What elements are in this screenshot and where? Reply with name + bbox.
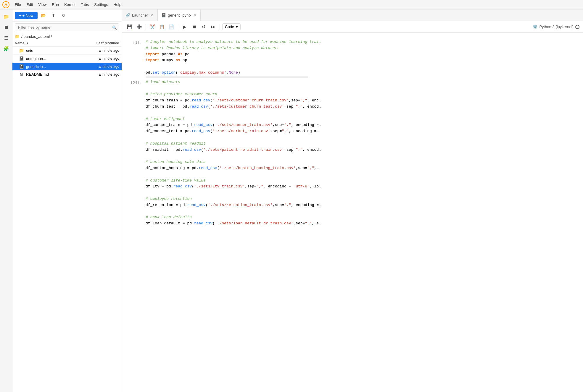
file-name: sets bbox=[26, 48, 81, 53]
refresh-icon: ↻ bbox=[62, 13, 65, 18]
dot-indicator bbox=[15, 65, 17, 68]
dot-indicator bbox=[15, 49, 17, 52]
sort-asc-icon: ▲ bbox=[26, 41, 29, 45]
kernel-status-circle bbox=[575, 25, 579, 29]
cell-type-label: Code bbox=[225, 25, 234, 29]
restart-button[interactable]: ↺ bbox=[199, 23, 208, 31]
tab-label: Launcher bbox=[132, 13, 148, 17]
menu-bar: File Edit View Run Kernel Tabs Settings … bbox=[0, 0, 583, 9]
markdown-icon: M bbox=[18, 72, 24, 77]
column-modified[interactable]: Last Modified bbox=[81, 41, 119, 45]
kernel-info: ⚙️ Python 3 (ipykernel) bbox=[533, 25, 579, 29]
menu-view[interactable]: View bbox=[36, 1, 49, 8]
menu-settings[interactable]: Settings bbox=[92, 1, 110, 8]
app-logo bbox=[2, 1, 9, 8]
svg-point-0 bbox=[3, 1, 9, 8]
icon-sidebar: 📁 ⏹ ☰ 🧩 bbox=[0, 9, 12, 392]
search-icon: 🔍 bbox=[112, 25, 117, 30]
fast-forward-button[interactable]: ⏭ bbox=[209, 23, 217, 31]
dot-indicator bbox=[15, 57, 17, 60]
notebook-content: [1]: # Jupyter notebook to analyze datas… bbox=[122, 33, 583, 392]
tab-close-generic[interactable]: ✕ bbox=[193, 12, 197, 18]
file-modified: a minute ago bbox=[81, 64, 119, 69]
breadcrumb: 📁 / pandas_automl / bbox=[12, 33, 122, 40]
search-bar: 🔍 bbox=[15, 23, 119, 31]
folder-sidebar-btn[interactable]: 📁 bbox=[1, 12, 11, 21]
add-cell-button[interactable]: ➕ bbox=[135, 23, 143, 31]
upload-button[interactable]: ⬆ bbox=[49, 11, 58, 20]
file-sidebar: + + New 📂 ⬆ ↻ 🔍 📁 / pandas_automl / Name bbox=[12, 9, 122, 392]
breadcrumb-path: / pandas_automl / bbox=[21, 34, 52, 39]
cell-type-dropdown[interactable]: Code ▾ bbox=[222, 23, 241, 30]
file-name: README.md bbox=[26, 72, 81, 77]
folder-icon: 📁 bbox=[18, 48, 24, 53]
menu-file[interactable]: File bbox=[12, 1, 23, 8]
cell-2: [24]: # load datasets # telco provider c… bbox=[122, 79, 583, 227]
plus-icon: + bbox=[19, 13, 21, 18]
file-modified: a minute ago bbox=[81, 48, 119, 53]
save-button[interactable]: 💾 bbox=[125, 23, 134, 31]
upload-icon: ⬆ bbox=[52, 13, 55, 18]
list-sidebar-btn[interactable]: ☰ bbox=[1, 33, 11, 43]
cut-button[interactable]: ✂️ bbox=[148, 23, 157, 31]
column-name[interactable]: Name ▲ bbox=[15, 41, 81, 45]
run-button[interactable]: ▶ bbox=[181, 23, 189, 31]
file-table-header: Name ▲ Last Modified bbox=[12, 40, 122, 47]
toolbar-separator-3 bbox=[220, 24, 220, 30]
cell-2-code: # load datasets # telco provider custome… bbox=[146, 79, 583, 227]
col-name-label: Name bbox=[15, 41, 25, 45]
toolbar-separator-2 bbox=[178, 24, 178, 30]
menu-run[interactable]: Run bbox=[49, 1, 61, 8]
menu-edit[interactable]: Edit bbox=[24, 1, 35, 8]
tab-generic[interactable]: 📓 generic.ipynb ✕ bbox=[158, 10, 200, 21]
tab-bar: 🔗 Launcher ✕ 📓 generic.ipynb ✕ bbox=[122, 9, 583, 21]
cell-1-body[interactable]: # Jupyter notebook to analyze datasets t… bbox=[146, 39, 583, 78]
new-button[interactable]: + + New bbox=[15, 12, 38, 19]
cell-2-body[interactable]: # load datasets # telco provider custome… bbox=[146, 79, 583, 227]
tab-close-launcher[interactable]: ✕ bbox=[150, 13, 154, 18]
notebook-tab-icon: 📓 bbox=[161, 13, 166, 17]
stop-sidebar-btn[interactable]: ⏹ bbox=[1, 22, 11, 32]
col-modified-label: Last Modified bbox=[96, 41, 119, 45]
toolbar-separator bbox=[146, 24, 146, 30]
kernel-label: Python 3 (ipykernel) bbox=[539, 25, 574, 29]
tab-label: generic.ipynb bbox=[168, 13, 191, 17]
file-row-generic[interactable]: 📓 generic.ip... a minute ago bbox=[12, 63, 122, 71]
menu-tabs[interactable]: Tabs bbox=[78, 1, 91, 8]
search-input[interactable] bbox=[15, 23, 119, 31]
file-row-readme[interactable]: M README.md a minute ago bbox=[12, 71, 122, 78]
tab-launcher[interactable]: 🔗 Launcher ✕ bbox=[122, 9, 158, 21]
chevron-down-icon: ▾ bbox=[236, 25, 238, 29]
main-layout: 📁 ⏹ ☰ 🧩 + + New 📂 ⬆ ↻ 🔍 📁 bbox=[0, 9, 583, 392]
file-list: 📁 sets a minute ago 📓 autogluon... a min… bbox=[12, 47, 122, 392]
folder-plus-icon: 📂 bbox=[41, 13, 46, 18]
file-name: autogluon... bbox=[26, 56, 81, 61]
puzzle-sidebar-btn[interactable]: 🧩 bbox=[1, 44, 11, 53]
notebook-icon: 📓 bbox=[18, 56, 24, 61]
cell-1-prompt: [1]: bbox=[122, 39, 146, 78]
menu-help[interactable]: Help bbox=[111, 1, 124, 8]
content-area: 🔗 Launcher ✕ 📓 generic.ipynb ✕ 💾 ➕ ✂️ 📋 … bbox=[122, 9, 583, 392]
launcher-icon: 🔗 bbox=[125, 13, 130, 17]
upload-folder-button[interactable]: 📂 bbox=[39, 11, 48, 20]
notebook-toolbar: 💾 ➕ ✂️ 📋 📄 ▶ ⏹ ↺ ⏭ Code ▾ ⚙️ Python 3 (i… bbox=[122, 21, 583, 33]
file-row-sets[interactable]: 📁 sets a minute ago bbox=[12, 47, 122, 55]
refresh-button[interactable]: ↻ bbox=[59, 11, 68, 20]
dot-indicator bbox=[15, 73, 17, 76]
notebook-icon: 📓 bbox=[18, 64, 24, 69]
menu-kernel[interactable]: Kernel bbox=[62, 1, 78, 8]
paste-button[interactable]: 📄 bbox=[167, 23, 175, 31]
new-label: + New bbox=[22, 13, 33, 18]
file-modified: a minute ago bbox=[81, 72, 119, 77]
copy-button[interactable]: 📋 bbox=[158, 23, 166, 31]
stop-button[interactable]: ⏹ bbox=[190, 23, 198, 31]
file-modified: a minute ago bbox=[81, 56, 119, 61]
file-row-autogluon[interactable]: 📓 autogluon... a minute ago bbox=[12, 55, 122, 63]
cell-scrollbar[interactable] bbox=[146, 77, 308, 77]
file-toolbar: + + New 📂 ⬆ ↻ bbox=[12, 9, 122, 22]
folder-icon: 📁 bbox=[15, 34, 20, 39]
cell-1-code: # Jupyter notebook to analyze datasets t… bbox=[146, 39, 583, 76]
cell-2-prompt: [24]: bbox=[122, 79, 146, 227]
cell-1: [1]: # Jupyter notebook to analyze datas… bbox=[122, 38, 583, 79]
kernel-settings-icon[interactable]: ⚙️ bbox=[533, 25, 537, 29]
